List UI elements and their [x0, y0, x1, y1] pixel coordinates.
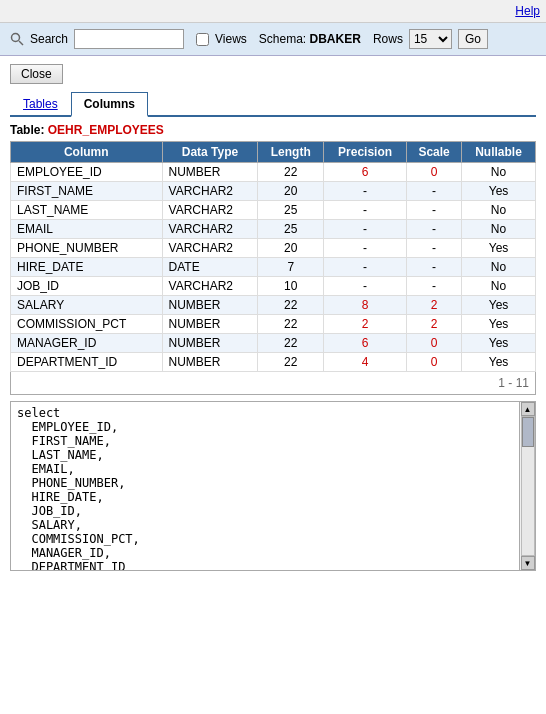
- cell-column: DEPARTMENT_ID: [11, 353, 163, 372]
- schema-name: DBAKER: [310, 32, 361, 46]
- col-header-column: Column: [11, 142, 163, 163]
- cell-precision: 2: [324, 315, 407, 334]
- columns-table: Column Data Type Length Precision Scale …: [10, 141, 536, 372]
- scroll-track: [521, 416, 535, 556]
- table-name-label: Table: OEHR_EMPLOYEES: [10, 123, 536, 137]
- table-row: HIRE_DATEDATE7--No: [11, 258, 536, 277]
- views-checkbox[interactable]: [196, 33, 209, 46]
- col-header-nullable: Nullable: [462, 142, 536, 163]
- sql-scrollbar: ▲ ▼: [519, 402, 535, 570]
- cell-nullable: Yes: [462, 182, 536, 201]
- cell-datatype: VARCHAR2: [162, 277, 258, 296]
- cell-precision: -: [324, 239, 407, 258]
- cell-column: HIRE_DATE: [11, 258, 163, 277]
- cell-scale: 2: [407, 296, 462, 315]
- svg-line-1: [19, 41, 23, 45]
- cell-length: 20: [258, 182, 324, 201]
- scroll-down-arrow[interactable]: ▼: [521, 556, 535, 570]
- cell-nullable: Yes: [462, 334, 536, 353]
- views-label: Views: [215, 32, 247, 46]
- cell-nullable: Yes: [462, 315, 536, 334]
- go-button[interactable]: Go: [458, 29, 488, 49]
- main-content: Close Tables Columns Table: OEHR_EMPLOYE…: [0, 56, 546, 579]
- cell-precision: -: [324, 277, 407, 296]
- cell-nullable: No: [462, 201, 536, 220]
- cell-scale: 2: [407, 315, 462, 334]
- cell-scale: 0: [407, 353, 462, 372]
- table-row: COMMISSION_PCTNUMBER2222Yes: [11, 315, 536, 334]
- search-bar: Search Views Schema: DBAKER Rows 15 25 5…: [0, 23, 546, 56]
- cell-datatype: VARCHAR2: [162, 220, 258, 239]
- cell-column: COMMISSION_PCT: [11, 315, 163, 334]
- cell-column: EMAIL: [11, 220, 163, 239]
- cell-column: MANAGER_ID: [11, 334, 163, 353]
- cell-datatype: NUMBER: [162, 163, 258, 182]
- cell-datatype: NUMBER: [162, 315, 258, 334]
- tab-columns[interactable]: Columns: [71, 92, 148, 117]
- cell-nullable: Yes: [462, 353, 536, 372]
- cell-datatype: VARCHAR2: [162, 239, 258, 258]
- cell-length: 22: [258, 315, 324, 334]
- cell-precision: 6: [324, 163, 407, 182]
- rows-select[interactable]: 15 25 50 100: [409, 29, 452, 49]
- tabs: Tables Columns: [10, 92, 536, 117]
- sql-box: select EMPLOYEE_ID, FIRST_NAME, LAST_NAM…: [10, 401, 536, 571]
- cell-scale: 0: [407, 163, 462, 182]
- pagination: 1 - 11: [10, 372, 536, 395]
- cell-length: 20: [258, 239, 324, 258]
- search-input[interactable]: [74, 29, 184, 49]
- search-label: Search: [30, 32, 68, 46]
- cell-column: JOB_ID: [11, 277, 163, 296]
- col-header-length: Length: [258, 142, 324, 163]
- cell-precision: 4: [324, 353, 407, 372]
- table-row: FIRST_NAMEVARCHAR220--Yes: [11, 182, 536, 201]
- col-header-scale: Scale: [407, 142, 462, 163]
- scroll-up-arrow[interactable]: ▲: [521, 402, 535, 416]
- tab-tables[interactable]: Tables: [10, 92, 71, 115]
- cell-column: SALARY: [11, 296, 163, 315]
- col-header-datatype: Data Type: [162, 142, 258, 163]
- cell-scale: 0: [407, 334, 462, 353]
- cell-length: 22: [258, 163, 324, 182]
- cell-length: 25: [258, 220, 324, 239]
- cell-datatype: VARCHAR2: [162, 201, 258, 220]
- cell-length: 22: [258, 353, 324, 372]
- cell-length: 25: [258, 201, 324, 220]
- cell-column: FIRST_NAME: [11, 182, 163, 201]
- top-bar: Help: [0, 0, 546, 23]
- col-header-precision: Precision: [324, 142, 407, 163]
- cell-scale: -: [407, 277, 462, 296]
- cell-length: 22: [258, 334, 324, 353]
- cell-datatype: NUMBER: [162, 353, 258, 372]
- cell-precision: -: [324, 258, 407, 277]
- help-link[interactable]: Help: [515, 4, 540, 18]
- cell-precision: -: [324, 201, 407, 220]
- svg-point-0: [12, 34, 20, 42]
- table-row: LAST_NAMEVARCHAR225--No: [11, 201, 536, 220]
- scroll-thumb[interactable]: [522, 417, 534, 447]
- table-row: MANAGER_IDNUMBER2260Yes: [11, 334, 536, 353]
- cell-scale: -: [407, 239, 462, 258]
- schema-label: Schema: DBAKER: [259, 32, 361, 46]
- cell-scale: -: [407, 201, 462, 220]
- cell-datatype: DATE: [162, 258, 258, 277]
- cell-length: 7: [258, 258, 324, 277]
- table-row: EMAILVARCHAR225--No: [11, 220, 536, 239]
- sql-content[interactable]: select EMPLOYEE_ID, FIRST_NAME, LAST_NAM…: [11, 402, 535, 570]
- cell-scale: -: [407, 182, 462, 201]
- cell-nullable: No: [462, 220, 536, 239]
- cell-precision: 8: [324, 296, 407, 315]
- cell-nullable: No: [462, 258, 536, 277]
- close-button[interactable]: Close: [10, 64, 63, 84]
- cell-datatype: NUMBER: [162, 334, 258, 353]
- table-name-value: OEHR_EMPLOYEES: [48, 123, 164, 137]
- cell-length: 22: [258, 296, 324, 315]
- cell-precision: 6: [324, 334, 407, 353]
- table-row: JOB_IDVARCHAR210--No: [11, 277, 536, 296]
- cell-length: 10: [258, 277, 324, 296]
- table-row: SALARYNUMBER2282Yes: [11, 296, 536, 315]
- table-row: EMPLOYEE_IDNUMBER2260No: [11, 163, 536, 182]
- cell-column: LAST_NAME: [11, 201, 163, 220]
- cell-nullable: Yes: [462, 239, 536, 258]
- cell-datatype: VARCHAR2: [162, 182, 258, 201]
